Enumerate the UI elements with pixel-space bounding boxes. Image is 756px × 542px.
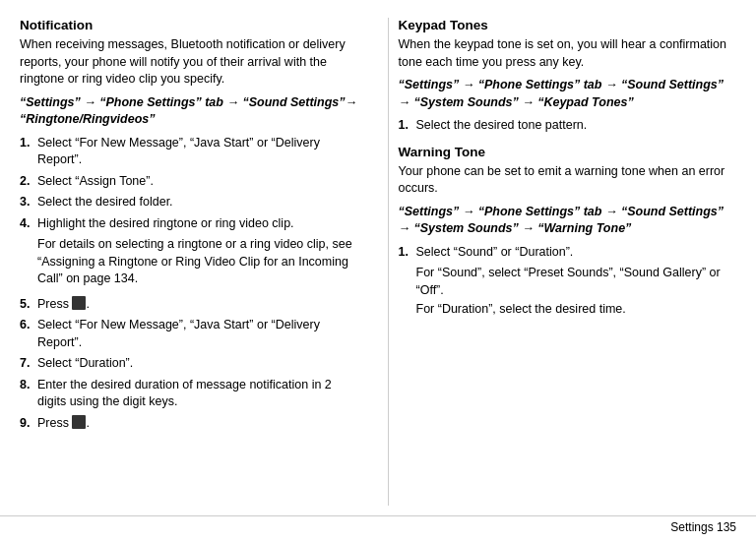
step-content: Select “For New Message”, “Java Start” o… <box>37 317 358 351</box>
step-number: 9. <box>20 415 37 433</box>
keypad-tones-path: “Settings” → “Phone Settings” tab → “Sou… <box>399 77 737 111</box>
left-intro: When receiving messages, Bluetooth notif… <box>20 36 358 89</box>
warning-tone-path: “Settings” → “Phone Settings” tab → “Sou… <box>399 204 737 238</box>
list-item-subtext2: For “Duration”, select the desired time. <box>399 301 737 319</box>
keypad-tones-title: Keypad Tones <box>399 18 737 32</box>
step-content: Press . <box>37 296 358 314</box>
left-section-title: Notification <box>20 18 358 32</box>
step-content: Select “For New Message”, “Java Start” o… <box>37 135 358 169</box>
footer-text: Settings 135 <box>670 520 736 534</box>
step-number: 8. <box>20 377 37 394</box>
keypad-tones-list: 1. Select the desired tone pattern. <box>399 117 737 135</box>
list-item: 5. Press . <box>20 296 358 314</box>
keypad-tones-section: Keypad Tones When the keypad tone is set… <box>399 18 737 135</box>
step-number: 7. <box>20 355 37 373</box>
step-number: 3. <box>20 194 37 211</box>
warning-tone-title: Warning Tone <box>399 145 737 159</box>
left-list: 1. Select “For New Message”, “Java Start… <box>20 135 358 433</box>
step-content: Select the desired folder. <box>37 194 358 211</box>
warning-tone-intro: Your phone can be set to emit a warning … <box>399 163 737 198</box>
list-item: 1. Select the desired tone pattern. <box>399 117 737 135</box>
list-item: 1. Select “For New Message”, “Java Start… <box>20 135 358 169</box>
step-content: Select “Sound” or “Duration”. <box>416 244 737 262</box>
button-icon <box>72 415 86 429</box>
warning-tone-list: 1. Select “Sound” or “Duration”. For “So… <box>399 244 737 319</box>
list-item-subtext: For details on selecting a ringtone or a… <box>20 236 358 292</box>
page: Notification When receiving messages, Bl… <box>0 0 756 542</box>
list-item: 9. Press . <box>20 415 358 433</box>
left-path: “Settings” → “Phone Settings” tab → “Sou… <box>20 94 358 129</box>
list-item: 7. Select “Duration”. <box>20 355 358 373</box>
content-area: Notification When receiving messages, Bl… <box>0 0 756 515</box>
step-subtext: For details on selecting a ringtone or a… <box>37 236 358 288</box>
keypad-tones-intro: When the keypad tone is set on, you will… <box>399 36 737 71</box>
step-content: Select the desired tone pattern. <box>416 117 737 135</box>
list-item-subtext1: For “Sound”, select “Preset Sounds”, “So… <box>399 265 737 299</box>
step-content: Press . <box>37 415 358 433</box>
step-number: 1. <box>20 135 37 152</box>
step-content: Select “Duration”. <box>37 355 358 373</box>
step-number: 4. <box>20 215 37 233</box>
list-item: 6. Select “For New Message”, “Java Start… <box>20 317 358 351</box>
step-number: 1. <box>399 117 416 135</box>
button-icon <box>72 296 86 310</box>
list-item: 2. Select “Assign Tone”. <box>20 173 358 191</box>
step-subtext1: For “Sound”, select “Preset Sounds”, “So… <box>416 265 737 299</box>
step-subtext2: For “Duration”, select the desired time. <box>416 301 737 319</box>
step-number: 6. <box>20 317 37 334</box>
list-item: 8. Enter the desired duration of message… <box>20 377 358 411</box>
step-number: 1. <box>399 244 416 262</box>
left-column: Notification When receiving messages, Bl… <box>20 18 368 506</box>
list-item: 3. Select the desired folder. <box>20 194 358 211</box>
step-number: 2. <box>20 173 37 191</box>
step-content: Highlight the desired ringtone or ring v… <box>37 215 358 233</box>
list-item: 1. Select “Sound” or “Duration”. <box>399 244 737 262</box>
right-column: Keypad Tones When the keypad tone is set… <box>388 18 737 506</box>
step-number: 5. <box>20 296 37 314</box>
footer: Settings 135 <box>0 515 756 542</box>
step-content: Enter the desired duration of message no… <box>37 377 358 411</box>
list-item: 4. Highlight the desired ringtone or rin… <box>20 215 358 233</box>
step-content: Select “Assign Tone”. <box>37 173 358 191</box>
warning-tone-section: Warning Tone Your phone can be set to em… <box>399 145 737 319</box>
